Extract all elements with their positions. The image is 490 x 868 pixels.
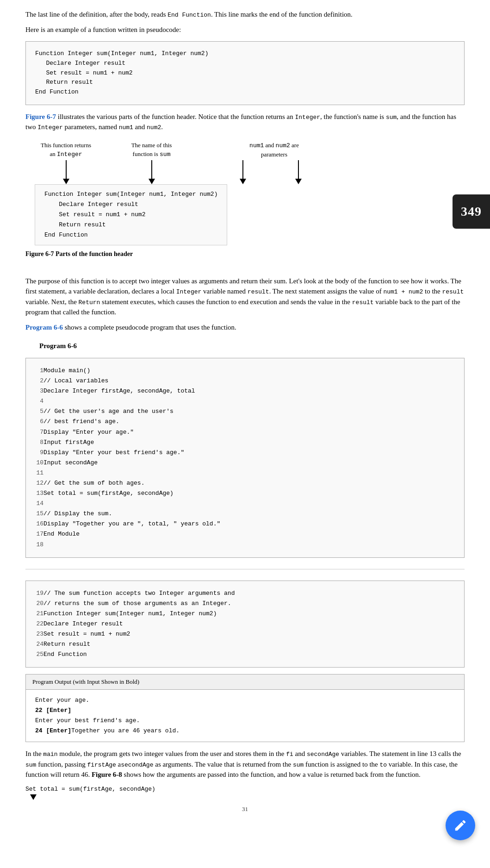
diagram-label-1: This function returnsan Integer (30, 141, 102, 159)
code-line: // The sum function accepts two Integer … (43, 588, 235, 599)
table-row: 10 Input secondAge (31, 458, 220, 468)
output-box-content: Enter your age.22 [Enter]Enter your best… (26, 690, 464, 742)
table-row: 4 (31, 396, 220, 406)
line-number: 25 (31, 649, 43, 660)
line-number: 2 (31, 376, 43, 386)
paragraph-5: Program 6-6 shows a complete pseudocode … (25, 322, 465, 333)
line-number: 15 (31, 509, 43, 519)
code-table-b: 19// The sum function accepts two Intege… (31, 588, 235, 660)
table-row: 21Function Integer sum(Integer num1, Int… (31, 609, 235, 619)
paragraph-3: Figure 6-7 illustrates the various parts… (25, 112, 465, 132)
code-line (43, 468, 220, 478)
line-number: 8 (31, 437, 43, 448)
line-number: 23 (31, 629, 43, 639)
diagram-code-block: Function Integer sum(Integer num1, Integ… (35, 184, 227, 245)
output-line: Enter your best friend's age. (35, 716, 455, 726)
table-row: 22 Declare Integer result (31, 619, 235, 629)
table-row: 20// returns the sum of those arguments … (31, 599, 235, 609)
table-row: 11 (31, 468, 220, 478)
code-line: Return result (43, 639, 235, 649)
section-divider (25, 569, 465, 569)
line-number: 20 (31, 599, 43, 609)
table-row: 15 // Display the sum. (31, 509, 220, 519)
code-line: Display "Enter your best friend's age." (43, 448, 220, 458)
code-line: End Function (35, 87, 455, 97)
code-line: // Local variables (43, 376, 220, 386)
code-line: // returns the sum of those arguments as… (43, 599, 235, 609)
table-row: 8 Input firstAge (31, 437, 220, 448)
code-line: Function Integer sum(Integer num1, Integ… (35, 49, 455, 59)
table-row: 13 Set total = sum(firstAge, secondAge) (31, 488, 220, 499)
code-line: // Get the sum of both ages. (43, 478, 220, 488)
table-row: 14 (31, 499, 220, 509)
table-row: 9 Display "Enter your best friend's age.… (31, 448, 220, 458)
table-row: 23 Set result = num1 + num2 (31, 629, 235, 639)
diagram-arrow-3 (215, 160, 326, 184)
line-number: 9 (31, 448, 43, 458)
line-number: 7 (31, 427, 43, 437)
line-number: 21 (31, 609, 43, 619)
code-line (43, 499, 220, 509)
table-row: 25End Function (31, 649, 235, 660)
paragraph-4: The purpose of this function is to accep… (25, 276, 465, 318)
code-line: End Function (43, 649, 235, 660)
program-6-6-code-block: 1Module main()2 // Local variables3 Decl… (25, 358, 465, 558)
program-6-6b-code-block: 19// The sum function accepts two Intege… (25, 581, 465, 668)
line-number: 19 (31, 588, 43, 599)
code-line: // Get the user's age and the user's (43, 406, 220, 417)
code-line: // best friend's age. (43, 417, 220, 427)
code-line: Function Integer sum(Integer num1, Integ… (43, 609, 235, 619)
page-number: 31 (25, 805, 465, 814)
table-row: 18 (31, 540, 220, 550)
table-row: 24 Return result (31, 639, 235, 649)
line-number: 11 (31, 468, 43, 478)
bottom-diagram-arrows (30, 794, 465, 800)
line-number: 1 (31, 366, 43, 376)
code-table: 1Module main()2 // Local variables3 Decl… (31, 366, 220, 550)
code-line: Declare Integer result (35, 59, 455, 69)
output-line: 22 [Enter] (35, 706, 455, 716)
code-line: Declare Integer result (43, 619, 235, 629)
line-number: 14 (31, 499, 43, 509)
code-line: Set result = num1 + num2 (35, 69, 455, 78)
table-row: 2 // Local variables (31, 376, 220, 386)
line-number: 24 (31, 639, 43, 649)
line-number: 18 (31, 540, 43, 550)
figure-6-7-caption: Figure 6-7 Parts of the function header (25, 249, 465, 259)
code-line: Module main() (43, 366, 220, 376)
line-number: 5 (31, 406, 43, 417)
table-row: 1Module main() (31, 366, 220, 376)
output-line: Enter your age. (35, 695, 455, 706)
diagram-arrow-2 (116, 160, 187, 184)
edit-icon (453, 818, 467, 823)
line-number: 17 (31, 529, 43, 539)
page-badge: 349 (453, 194, 490, 229)
paragraph-2: Here is an example of a function written… (25, 25, 465, 35)
code-line: Set result = num1 + num2 (43, 629, 235, 639)
table-row: 6 // best friend's age. (31, 417, 220, 427)
table-row: 7 Display "Enter your age." (31, 427, 220, 437)
bottom-code-line: Set total = sum(firstAge, secondAge) (25, 785, 465, 794)
output-box-title: Program Output (with Input Shown in Bold… (26, 674, 464, 690)
code-line: End Module (43, 529, 220, 539)
code-line: Display "Enter your age." (43, 427, 220, 437)
code-line: Display "Together you are ", total, " ye… (43, 519, 220, 529)
table-row: 12 // Get the sum of both ages. (31, 478, 220, 488)
code-line: // Display the sum. (43, 509, 220, 519)
output-box: Program Output (with Input Shown in Bold… (25, 674, 465, 742)
code-line: Input firstAge (43, 437, 220, 448)
code-line (43, 540, 220, 550)
line-number: 10 (31, 458, 43, 468)
code-line: Declare Integer firstAge, secondAge, tot… (43, 386, 220, 396)
code-line (43, 396, 220, 406)
line-number: 4 (31, 396, 43, 406)
line-number: 6 (31, 417, 43, 427)
line-number: 13 (31, 488, 43, 499)
code-line: Input secondAge (43, 458, 220, 468)
code-line: Return result (35, 78, 455, 87)
diagram-arrow-1 (30, 160, 102, 184)
paragraph-6: In the main module, the program gets two… (25, 749, 465, 780)
table-row: 16 Display "Together you are ", total, "… (31, 519, 220, 529)
line-number: 12 (31, 478, 43, 488)
first-code-block: Function Integer sum(Integer num1, Integ… (25, 41, 465, 105)
